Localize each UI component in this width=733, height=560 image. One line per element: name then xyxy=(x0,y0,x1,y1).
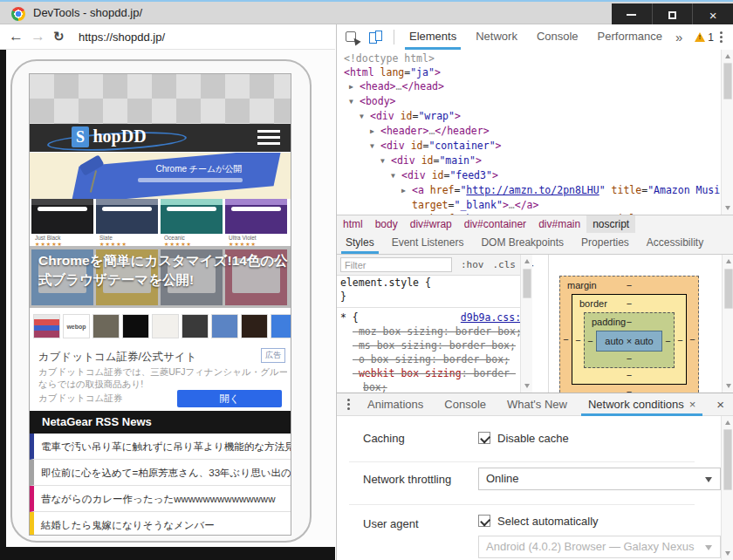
thumbnail[interactable] xyxy=(33,314,60,338)
thumbnail[interactable] xyxy=(182,314,209,338)
ad-open-button[interactable]: 開く xyxy=(177,390,282,407)
theme-tile[interactable] xyxy=(96,199,158,234)
drawer-tab-what's-new[interactable]: What's New xyxy=(497,394,578,415)
dom-tree-row[interactable]: target="_blank">…</a> xyxy=(337,198,721,212)
dom-tree-row[interactable]: ▶<head>…</head> xyxy=(337,79,721,94)
thumbnail[interactable] xyxy=(152,314,179,338)
rss-news-item[interactable]: 電車で汚い吊り革に触れずに吊り革より機能的な方法見つけ xyxy=(30,434,291,460)
scroll-down-icon[interactable] xyxy=(521,380,533,391)
thumbnail[interactable] xyxy=(271,314,291,338)
tree-collapsed-icon[interactable]: ▶ xyxy=(401,184,412,198)
hero-banner[interactable]: Chrome チームが公開 xyxy=(30,153,291,199)
dom-tree-row[interactable]: ▼<div id="feed3"> xyxy=(337,168,721,183)
thumbnail[interactable] xyxy=(122,314,149,338)
scroll-down-icon[interactable] xyxy=(722,548,733,558)
site-logo[interactable]: S hopDD xyxy=(72,126,147,149)
toggle-class-button[interactable]: .cls xyxy=(493,259,517,270)
drawer-menu-icon[interactable] xyxy=(344,395,353,413)
dom-tree-row[interactable]: ▼<div id="main"> xyxy=(337,154,721,168)
breadcrumb-item[interactable]: body xyxy=(369,215,404,233)
device-toolbar-icon[interactable] xyxy=(369,31,383,44)
css-property-row[interactable]: -o-box-sizing: border-box; xyxy=(337,352,532,366)
tree-collapsed-icon[interactable]: ▶ xyxy=(349,80,360,94)
address-bar[interactable]: https://shopdd.jp/ xyxy=(79,24,165,50)
close-button[interactable]: × xyxy=(692,3,733,26)
toggle-hover-state-button[interactable]: :hov xyxy=(461,259,484,270)
theme-tile[interactable] xyxy=(225,199,287,234)
select-automatically-checkbox[interactable] xyxy=(478,515,490,527)
thumbnail[interactable] xyxy=(92,314,120,338)
styles-scrollbar[interactable] xyxy=(520,255,532,393)
dom-tree-row[interactable]: ▶<a href="http://amzn.to/2pn8LHU" title=… xyxy=(337,183,721,198)
sidebar-tab-accessibility[interactable]: Accessibility xyxy=(638,233,712,254)
inspect-element-icon[interactable] xyxy=(346,31,359,43)
computed-scrollbar[interactable] xyxy=(722,255,733,393)
scroll-thumb[interactable] xyxy=(723,429,732,490)
dom-tree-row[interactable]: ▼<body> xyxy=(337,94,721,109)
more-tabs-icon[interactable]: » xyxy=(675,30,682,44)
minimize-button[interactable] xyxy=(612,3,652,26)
rss-news-item[interactable]: 即位前に心を込めて=柏原芳恵さん、33年ぶり思い出の曲披 xyxy=(30,460,291,486)
tab-console[interactable]: Console xyxy=(527,24,588,50)
tree-collapsed-icon[interactable]: ▶ xyxy=(370,125,380,139)
drawer-close-icon[interactable]: × xyxy=(716,397,724,412)
thumbnail[interactable] xyxy=(211,314,238,338)
forward-button[interactable]: → xyxy=(31,24,45,50)
breadcrumb-item[interactable]: noscript xyxy=(586,215,635,233)
breadcrumb-item[interactable]: div#main xyxy=(532,215,586,233)
sidebar-tab-styles[interactable]: Styles xyxy=(337,233,383,254)
breadcrumb-item[interactable]: div#container xyxy=(458,215,532,233)
scroll-down-icon[interactable] xyxy=(722,202,733,213)
ad-badge[interactable]: 広告 xyxy=(261,348,285,363)
drawer-scrollbar[interactable] xyxy=(721,416,733,560)
breadcrumb-item[interactable]: div#wrap xyxy=(404,215,458,233)
disable-cache-checkbox[interactable] xyxy=(478,432,490,444)
stylesheet-link[interactable]: d9b9a.css:1 xyxy=(461,311,527,324)
sidebar-tab-properties[interactable]: Properties xyxy=(572,233,638,254)
sidebar-tab-event-listeners[interactable]: Event Listeners xyxy=(383,233,473,254)
css-property-row[interactable]: -ms-box-sizing: border-box; xyxy=(337,338,532,352)
thumbnail[interactable] xyxy=(241,314,268,338)
styles-filter-input[interactable] xyxy=(340,257,452,272)
tab-performance[interactable]: Performance xyxy=(588,24,672,50)
devtools-menu-icon[interactable] xyxy=(716,28,726,46)
tree-expanded-icon[interactable]: ▼ xyxy=(370,140,380,154)
breadcrumb-item[interactable]: html xyxy=(337,215,369,233)
scroll-up-icon[interactable] xyxy=(722,418,733,428)
theme-tile[interactable] xyxy=(31,199,93,234)
drawer-tab-close-icon[interactable]: × xyxy=(689,394,696,415)
scroll-thumb[interactable] xyxy=(723,63,732,99)
scroll-up-icon[interactable] xyxy=(723,256,733,267)
scroll-up-icon[interactable] xyxy=(521,256,533,267)
scroll-thumb[interactable] xyxy=(523,269,531,298)
dom-tree-row[interactable]: ▼<div id="container"> xyxy=(337,139,721,154)
warning-badge[interactable]: ! 1 xyxy=(695,31,714,44)
scroll-thumb[interactable] xyxy=(724,269,733,309)
scroll-down-icon[interactable] xyxy=(723,380,733,391)
ad-title[interactable]: カブドットコム証券/公式サイト xyxy=(38,350,196,365)
tab-network[interactable]: Network xyxy=(466,24,527,50)
tab-elements[interactable]: Elements xyxy=(400,24,466,50)
sidebar-tab-dom-breakpoints[interactable]: DOM Breakpoints xyxy=(472,233,572,254)
reload-button[interactable]: ↻ xyxy=(53,24,65,50)
network-throttling-select[interactable]: Online xyxy=(478,468,721,490)
dom-tree-row[interactable]: ▼<div id="wrap"> xyxy=(337,109,721,124)
tree-expanded-icon[interactable]: ▼ xyxy=(380,154,391,168)
tree-expanded-icon[interactable]: ▼ xyxy=(360,110,370,124)
back-button[interactable]: ← xyxy=(9,24,24,50)
drawer-tab-console[interactable]: Console xyxy=(434,394,497,415)
dom-tree-row[interactable]: ▶<header>…</header> xyxy=(337,124,721,139)
rss-news-item[interactable]: 結婚したら鬼嫁になりそうなメンバー xyxy=(30,512,291,536)
thumbnail[interactable]: webop xyxy=(63,314,90,338)
drawer-tab-animations[interactable]: Animations xyxy=(357,394,434,415)
scroll-up-icon[interactable] xyxy=(722,51,733,62)
css-property-row[interactable]: -webkit-box-sizing: border- xyxy=(337,366,532,380)
rss-news-item[interactable]: 昔ながらのカレー作ったったwwwwwwwwwwwwww xyxy=(30,486,291,512)
elements-scrollbar[interactable] xyxy=(721,50,733,215)
css-property-row[interactable]: -moz-box-sizing: border-box; xyxy=(337,324,532,338)
maximize-button[interactable] xyxy=(652,3,693,26)
hamburger-menu-icon[interactable] xyxy=(257,130,280,148)
theme-tile[interactable] xyxy=(161,199,223,234)
drawer-tab-network-conditions[interactable]: Network conditions× xyxy=(578,394,706,415)
tree-expanded-icon[interactable]: ▼ xyxy=(349,95,360,109)
